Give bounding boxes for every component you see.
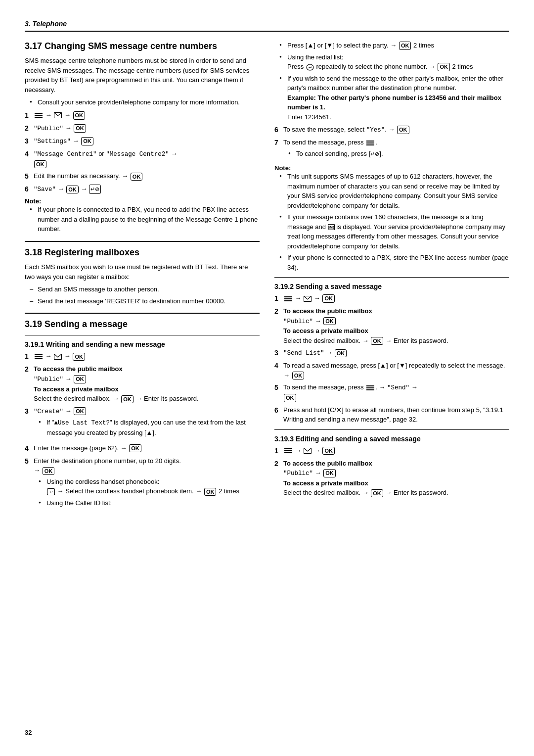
svg-rect-12 <box>366 141 374 142</box>
section-318: 3.18 Registering mailboxes Each SMS mail… <box>25 247 260 306</box>
private-mailbox-label: To access a private mailbox <box>34 385 119 393</box>
cancel-icon: ↵⊘ <box>89 185 101 194</box>
two-column-layout: 3.17 Changing SMS message centre numbers… <box>25 41 509 719</box>
svg-rect-24 <box>284 448 292 449</box>
svg-rect-13 <box>366 142 374 143</box>
section-3191-title: 3.19.1 Writing and sending a new message <box>25 340 260 348</box>
step-3191-1: 1 → → OK <box>25 351 260 362</box>
ok-badge: OK <box>131 173 143 181</box>
menu-icon <box>34 112 43 119</box>
svg-rect-4 <box>35 354 43 355</box>
ok-badge: OK <box>322 294 335 302</box>
note-right-1: This unit supports SMS messages of up to… <box>279 172 509 210</box>
section-317-intro: SMS message centre telephone numbers mus… <box>25 56 260 94</box>
note-right-3: If your phone is connected to a PBX, sto… <box>279 253 509 272</box>
section-317-bullets: Consult your service provider/telephone … <box>25 97 260 107</box>
right-column: Press [▲] or [▼] to select the party. → … <box>274 41 509 719</box>
public-mailbox-label: To access the public mailbox <box>34 365 123 373</box>
step-6-right: 6 To save the message, select "Yes". → O… <box>274 125 509 135</box>
step-3192-1: 1 → → OK <box>274 293 509 304</box>
step-3191-2: 2 To access the public mailbox "Public" … <box>25 364 260 403</box>
section-318-intro: Each SMS mailbox you wish to use must be… <box>25 262 260 282</box>
menu-icon <box>284 447 293 454</box>
ok-badge: OK <box>34 160 46 168</box>
step-3192-3: 3 "Send List" → OK <box>274 348 509 358</box>
section-318-title: 3.18 Registering mailboxes <box>25 247 260 258</box>
svg-text:SMS: SMS <box>328 226 335 229</box>
svg-rect-14 <box>366 144 374 145</box>
ok-badge: OK <box>438 63 450 71</box>
ok-badge: OK <box>43 467 55 475</box>
divider-318 <box>25 241 260 242</box>
subdiv-3191 <box>25 335 260 335</box>
ok-badge: OK <box>397 126 409 134</box>
redial-circle-icon: ↩ <box>306 64 314 71</box>
ok-badge: OK <box>371 489 383 497</box>
ok-badge: OK <box>371 337 383 345</box>
svg-rect-21 <box>366 385 374 386</box>
ok-badge: OK <box>129 444 141 452</box>
section-319: 3.19 Sending a message 3.19.1 Writing an… <box>25 319 260 511</box>
public-mailbox-label-3: To access the public mailbox <box>283 460 372 467</box>
svg-rect-17 <box>284 296 292 297</box>
section-317-title: 3.17 Changing SMS message centre numbers <box>25 41 260 52</box>
svg-rect-23 <box>366 389 374 390</box>
envelope-icon <box>54 112 62 118</box>
note-right-2: If your message contains over 160 charac… <box>279 212 509 251</box>
ok-badge: OK <box>323 317 336 325</box>
note-317-text: If your phone is connected to a PBX, you… <box>30 205 260 234</box>
step-317-3: 3 "Settings" → OK <box>25 136 260 146</box>
envelope-icon <box>304 448 312 454</box>
ok-badge: OK <box>322 447 335 455</box>
svg-rect-18 <box>284 298 292 299</box>
step-3191-3: 3 "Create" → OK If "▲Use Last Text?" is … <box>25 406 260 441</box>
ok-badge: OK <box>74 124 86 132</box>
redial-icon: ↩ <box>47 488 55 495</box>
step-3191-5: 5 Enter the destination phone number, up… <box>25 456 260 511</box>
ok-badge: OK <box>74 375 86 383</box>
step-317-4: 4 "Message Centre1" or "Message Centre2"… <box>25 149 260 169</box>
section-319-continued: Press [▲] or [▼] to select the party. → … <box>274 41 509 272</box>
svg-rect-5 <box>35 356 43 357</box>
step-3192-2: 2 To access the public mailbox "Public" … <box>274 306 509 345</box>
svg-rect-22 <box>366 387 374 388</box>
ok-badge: OK <box>74 407 86 415</box>
envelope-icon <box>304 296 312 302</box>
divider-3193 <box>274 429 509 430</box>
svg-rect-0 <box>35 113 43 114</box>
page-header: 3. Telephone <box>25 20 509 32</box>
envelope-icon <box>54 354 62 360</box>
section-317: 3.17 Changing SMS message centre numbers… <box>25 41 260 234</box>
section-318-dash2: Send the text message 'REGISTER' to dest… <box>30 296 260 306</box>
using-redial-text: Using the redial list: Press ↩ repeatedl… <box>279 52 509 72</box>
ok-badge: OK <box>81 137 93 145</box>
left-column: 3.17 Changing SMS message centre numbers… <box>25 41 260 719</box>
mailbox-note: If you wish to send the message to the o… <box>279 74 509 122</box>
menu-icon <box>366 384 375 391</box>
step-317-1: 1 → → <box>25 110 260 121</box>
ok-badge: OK <box>66 186 79 193</box>
step-3193-2: 2 To access the public mailbox "Public" … <box>274 459 509 498</box>
menu-icon-small <box>366 140 375 146</box>
ok-badge: OK <box>399 42 411 49</box>
section-3192-title: 3.19.2 Sending a saved message <box>274 283 509 290</box>
section-3192: 3.19.2 Sending a saved message 1 → <box>274 283 509 425</box>
section-317-bullet1: Consult your service provider/telephone … <box>30 97 260 107</box>
ok-badge: OK <box>284 394 296 402</box>
svg-rect-25 <box>284 450 292 451</box>
note-right: Note: This unit supports SMS messages of… <box>274 164 509 272</box>
press-select-text: Press [▲] or [▼] to select the party. → … <box>279 41 509 50</box>
svg-rect-1 <box>35 115 43 116</box>
step-317-6: 6 "Save" → OK → ↵⊘ <box>25 184 260 194</box>
step-3193-1: 1 → → OK <box>274 446 509 456</box>
ok-badge: OK <box>323 469 336 477</box>
cancel-sending: To cancel sending, press [↵⊘]. <box>288 149 509 159</box>
step-317-2: 2 "Public" → OK <box>25 123 260 134</box>
step-3191-4: 4 Enter the message (page 62). → OK <box>25 443 260 454</box>
sms-long-icon: SMS <box>328 224 335 230</box>
svg-rect-2 <box>35 117 43 118</box>
private-mailbox-label-2: To access a private mailbox <box>283 327 368 334</box>
section-3193: 3.19.3 Editing and sending a saved messa… <box>274 435 509 498</box>
ok-badge: OK <box>204 488 217 496</box>
ok-badge: OK <box>73 353 85 361</box>
